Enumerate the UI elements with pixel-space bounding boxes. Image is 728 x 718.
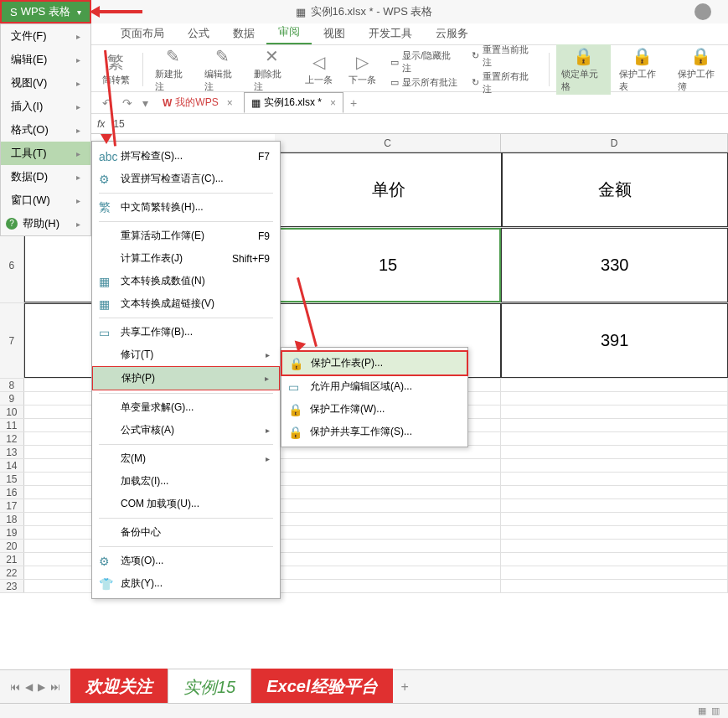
- submenu-calc-sheet[interactable]: 计算工作表(J)Shift+F9: [92, 247, 280, 270]
- row-header[interactable]: 10: [0, 405, 24, 418]
- close-icon[interactable]: ×: [330, 97, 336, 109]
- ribbon-protect-sheet[interactable]: 🔒保护工作表: [614, 44, 669, 95]
- nav-last[interactable]: ⏭: [49, 679, 62, 695]
- submenu-macro[interactable]: 宏(M): [92, 447, 280, 470]
- row-header[interactable]: 20: [0, 540, 24, 552]
- cell[interactable]: [275, 513, 502, 525]
- cell[interactable]: [501, 513, 728, 525]
- cell[interactable]: [275, 580, 502, 592]
- row-header[interactable]: 8: [0, 379, 24, 391]
- cell[interactable]: [275, 486, 502, 498]
- cell[interactable]: 单价: [276, 152, 502, 227]
- submenu-revision[interactable]: 修订(T): [92, 344, 280, 366]
- nav-next[interactable]: ▶: [36, 679, 47, 695]
- cell[interactable]: [501, 459, 728, 472]
- submenu-addins[interactable]: 加载宏(I)...: [92, 470, 280, 493]
- ribbon-edit-comment[interactable]: ✎编辑批注: [199, 44, 245, 95]
- qat-dropdown[interactable]: ▾: [139, 95, 152, 111]
- nav-prev[interactable]: ◀: [23, 679, 34, 695]
- ribbon-reset-all[interactable]: ↻重置所有批注: [472, 70, 536, 96]
- tab-data[interactable]: 数据: [221, 23, 266, 44]
- row-header[interactable]: 16: [0, 486, 24, 498]
- menu-view[interactable]: 视图(V): [1, 71, 90, 95]
- cell[interactable]: [501, 432, 728, 445]
- sheet-tab-1[interactable]: 欢迎关注: [70, 669, 168, 705]
- nav-first[interactable]: ⏮: [8, 679, 22, 695]
- menu-file[interactable]: 文件(F): [1, 24, 90, 48]
- cell[interactable]: [275, 459, 502, 472]
- protect-share-item[interactable]: 🔒保护并共享工作簿(S)...: [281, 421, 467, 443]
- cell[interactable]: [501, 540, 728, 552]
- cell[interactable]: [501, 486, 728, 498]
- submenu-spell-lang[interactable]: ⚙设置拼写检查语言(C)...: [92, 168, 280, 190]
- close-icon[interactable]: ×: [227, 97, 233, 109]
- doc-tab-file[interactable]: ▦实例16.xlsx *×: [244, 92, 343, 113]
- cell-selected[interactable]: 15: [275, 228, 502, 302]
- cell[interactable]: [501, 553, 728, 566]
- sheet-tab-3[interactable]: Excel经验平台: [251, 669, 392, 705]
- row-header[interactable]: 6: [0, 228, 24, 302]
- submenu-text-link[interactable]: ▦文本转换成超链接(V): [92, 292, 280, 315]
- cell[interactable]: [275, 473, 502, 485]
- row-header[interactable]: 11: [0, 419, 24, 431]
- submenu-options[interactable]: ⚙选项(O)...: [92, 550, 280, 572]
- cell[interactable]: [501, 405, 728, 418]
- cell[interactable]: [275, 566, 502, 579]
- submenu-audit[interactable]: 公式审核(A): [92, 419, 280, 442]
- cell[interactable]: [501, 580, 728, 592]
- ribbon-toggle-comment[interactable]: ▭显示/隐藏批注: [390, 49, 458, 75]
- cell[interactable]: [275, 540, 502, 552]
- sheet-tab-2[interactable]: 实例15: [168, 669, 251, 705]
- col-header-d[interactable]: D: [501, 134, 728, 152]
- cell[interactable]: 330: [501, 228, 728, 302]
- cell[interactable]: [275, 499, 502, 512]
- cell[interactable]: [501, 379, 728, 391]
- cell[interactable]: [501, 526, 728, 539]
- ribbon-show-all[interactable]: ▭显示所有批注: [390, 76, 458, 89]
- menu-help[interactable]: 帮助(H): [1, 212, 90, 235]
- row-header[interactable]: 9: [0, 392, 24, 405]
- app-menu-button[interactable]: S WPS 表格: [0, 0, 91, 23]
- tab-review[interactable]: 审阅: [266, 21, 312, 44]
- cell[interactable]: [501, 392, 728, 405]
- allow-edit-item[interactable]: ▭允许用户编辑区域(A)...: [281, 375, 467, 398]
- tab-layout[interactable]: 页面布局: [109, 23, 176, 44]
- row-header[interactable]: 14: [0, 459, 24, 472]
- doc-tab-home[interactable]: W我的WPS×: [155, 92, 240, 113]
- protect-sheet-item[interactable]: 🔒保护工作表(P)...: [281, 350, 468, 376]
- cell[interactable]: [275, 526, 502, 539]
- row-header[interactable]: 21: [0, 553, 24, 566]
- ribbon-lock-cell[interactable]: 🔒锁定单元格: [556, 44, 612, 95]
- submenu-cn-convert[interactable]: 繁中文简繁转换(H)...: [92, 196, 280, 219]
- submenu-share[interactable]: ▭共享工作簿(B)...: [92, 321, 280, 344]
- cell[interactable]: [501, 473, 728, 485]
- menu-format[interactable]: 格式(O): [1, 118, 90, 142]
- row-header[interactable]: 17: [0, 499, 24, 512]
- row-header[interactable]: 7: [0, 303, 24, 378]
- row-header[interactable]: 19: [0, 526, 24, 539]
- cell[interactable]: 391: [501, 303, 728, 378]
- submenu-text-num[interactable]: ▦文本转换成数值(N): [92, 270, 280, 292]
- user-avatar-icon[interactable]: [694, 3, 711, 20]
- cell[interactable]: [501, 419, 728, 431]
- add-tab-button[interactable]: +: [347, 95, 360, 111]
- ribbon-protect-book[interactable]: 🔒保护工作簿: [673, 44, 728, 95]
- menu-window[interactable]: 窗口(W): [1, 189, 90, 212]
- cell[interactable]: [501, 499, 728, 512]
- submenu-spellcheck[interactable]: abc拼写检查(S)...F7: [92, 145, 280, 168]
- tab-formula[interactable]: 公式: [176, 23, 221, 44]
- ribbon-new-comment[interactable]: ✎新建批注: [150, 44, 196, 95]
- protect-book-item[interactable]: 🔒保护工作簿(W)...: [281, 398, 467, 421]
- cell[interactable]: [275, 446, 502, 458]
- add-sheet-button[interactable]: +: [393, 676, 417, 698]
- ribbon-reset-current[interactable]: ↻重置当前批注: [472, 44, 536, 69]
- row-header[interactable]: 12: [0, 432, 24, 445]
- row-header[interactable]: 22: [0, 566, 24, 579]
- col-header-c[interactable]: C: [275, 134, 502, 152]
- ribbon-prev[interactable]: ◁上一条: [298, 50, 338, 88]
- cell[interactable]: [275, 553, 502, 566]
- view-icon[interactable]: ▥: [711, 705, 720, 716]
- view-icon[interactable]: ▦: [698, 705, 706, 716]
- cell[interactable]: [501, 566, 728, 579]
- submenu-protect[interactable]: 保护(P): [92, 366, 280, 390]
